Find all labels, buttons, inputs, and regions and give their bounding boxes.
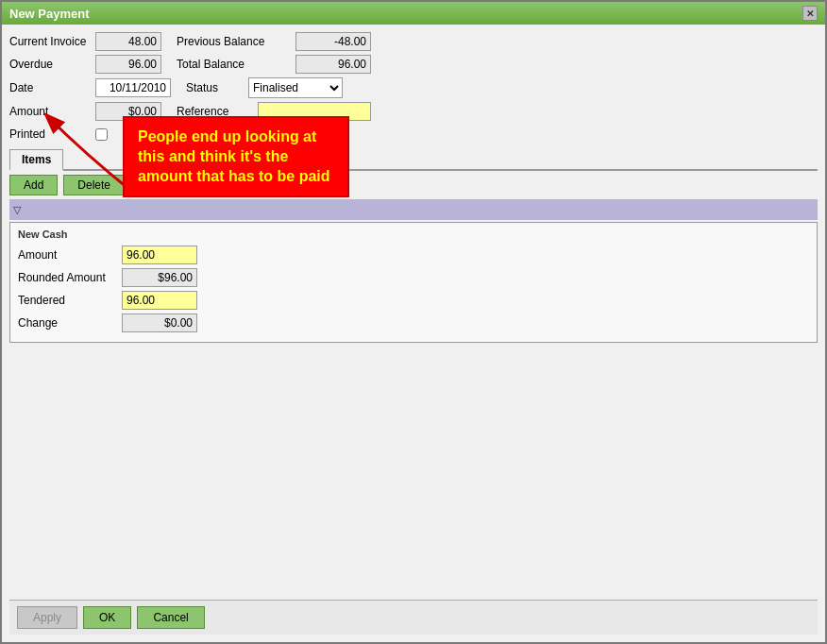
ok-button[interactable]: OK	[83, 606, 131, 629]
delete-button[interactable]: Delete	[63, 175, 125, 195]
tab-items[interactable]: Items	[9, 149, 63, 171]
items-section: Add Delete Cash Credit Card Cheque	[9, 175, 818, 343]
new-cash-title: New Cash	[18, 229, 809, 240]
cash-rounded-label: Rounded Amount	[18, 271, 122, 284]
status-label: Status	[186, 81, 243, 94]
cash-amount-input[interactable]	[122, 246, 197, 264]
new-cash-box: New Cash Amount Rounded Amount Tendered …	[9, 222, 818, 343]
till-label: Till	[138, 127, 166, 141]
row-invoice: Current Invoice Previous Balance	[9, 32, 818, 51]
window-title: New Payment	[9, 7, 90, 21]
printed-label: Printed	[9, 127, 90, 141]
cash-change-input[interactable]	[122, 314, 197, 332]
previous-balance-input[interactable]	[295, 32, 371, 51]
add-button[interactable]: Add	[9, 175, 58, 195]
status-select[interactable]: Finalised Pending	[248, 77, 343, 98]
cash-rounded-row: Rounded Amount	[18, 268, 809, 287]
footer-bar: Apply OK Cancel	[9, 600, 818, 635]
reference-input[interactable]	[258, 102, 371, 121]
date-label: Date	[9, 81, 90, 94]
row-date: Date Status Finalised Pending	[9, 77, 818, 98]
cash-rounded-input[interactable]	[122, 268, 197, 287]
row-overdue: Overdue Total Balance	[9, 55, 818, 74]
total-balance-label: Total Balance	[177, 58, 290, 71]
reference-label: Reference	[177, 105, 252, 118]
overdue-label: Overdue	[9, 58, 90, 71]
cash-change-label: Change	[18, 316, 122, 330]
type-select[interactable]: Cash Credit Card Cheque	[130, 175, 196, 195]
previous-balance-label: Previous Balance	[177, 35, 290, 48]
tab-bar: Items	[9, 149, 818, 171]
cancel-button[interactable]: Cancel	[137, 606, 204, 629]
list-header: ▽	[9, 199, 818, 220]
date-input[interactable]	[95, 78, 171, 97]
total-balance-input[interactable]	[295, 55, 371, 74]
cash-tendered-label: Tendered	[18, 294, 122, 307]
cash-amount-label: Amount	[18, 248, 122, 262]
close-button[interactable]: ✕	[802, 6, 818, 21]
cash-change-row: Change	[18, 314, 809, 332]
title-bar: New Payment ✕	[2, 2, 825, 25]
window-body: Current Invoice Previous Balance Overdue…	[2, 25, 825, 642]
current-invoice-label: Current Invoice	[9, 35, 90, 48]
items-toolbar: Add Delete Cash Credit Card Cheque	[9, 175, 818, 195]
row-amount: Amount Reference	[9, 102, 818, 121]
till-icon[interactable]: 🔥	[332, 127, 348, 142]
row-printed: Printed Till 🔥	[9, 125, 818, 144]
cash-amount-row: Amount	[18, 246, 809, 264]
filter-icon: ▽	[13, 204, 21, 216]
apply-button[interactable]: Apply	[17, 606, 77, 629]
overdue-input[interactable]	[95, 55, 161, 74]
amount-label: Amount	[9, 105, 90, 118]
spacer	[9, 343, 818, 600]
cash-tendered-row: Tendered	[18, 291, 809, 310]
till-input[interactable]	[172, 125, 323, 144]
current-invoice-input[interactable]	[95, 32, 161, 51]
printed-checkbox[interactable]	[95, 128, 108, 141]
new-payment-window: New Payment ✕ Current Invoice Previous B…	[0, 0, 827, 644]
cash-tendered-input[interactable]	[122, 291, 197, 310]
amount-input[interactable]	[95, 102, 161, 121]
